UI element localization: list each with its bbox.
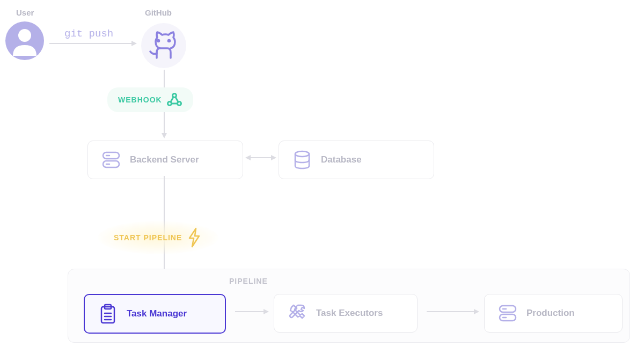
svg-rect-9 (103, 161, 119, 167)
svg-point-4 (169, 40, 170, 42)
github-label: GitHub (145, 8, 172, 17)
server-icon (496, 302, 519, 324)
github-icon (140, 21, 188, 72)
task-manager-label: Task Manager (127, 308, 187, 319)
svg-rect-8 (103, 152, 119, 159)
svg-point-1 (18, 29, 31, 42)
webhook-badge: WEBHOOK (107, 87, 193, 112)
backend-server-node: Backend Server (87, 141, 243, 179)
task-manager-node: Task Manager (84, 294, 226, 334)
production-node: Production (484, 294, 623, 333)
user-label: User (16, 8, 34, 17)
architecture-diagram: User GitHub git push WEBHOO (0, 0, 644, 354)
database-label: Database (321, 154, 362, 165)
arrow-user-github (49, 43, 133, 44)
pipeline-label: PIPELINE (229, 277, 268, 285)
backend-server-label: Backend Server (130, 154, 199, 165)
tools-icon (286, 302, 309, 324)
start-pipeline-text: START PIPELINE (114, 233, 182, 242)
svg-point-12 (295, 151, 309, 157)
server-icon (100, 149, 122, 171)
start-pipeline-badge: START PIPELINE (98, 221, 218, 254)
svg-rect-18 (500, 306, 516, 312)
database-icon (291, 149, 313, 171)
arrow-executors-production (427, 311, 475, 312)
task-executors-node: Task Executors (274, 294, 418, 333)
production-label: Production (526, 308, 575, 319)
webhook-text: WEBHOOK (118, 95, 162, 104)
arrow-backend-database (250, 157, 272, 158)
svg-point-2 (141, 23, 186, 68)
arrow-taskmanager-executors (235, 311, 265, 312)
svg-point-3 (158, 40, 159, 42)
git-push-label: git push (64, 28, 113, 40)
lightning-icon (186, 227, 202, 248)
clipboard-icon (97, 303, 119, 325)
task-executors-label: Task Executors (316, 308, 383, 319)
user-avatar-icon (5, 21, 44, 62)
database-node: Database (279, 141, 434, 179)
webhook-icon (166, 92, 182, 108)
svg-rect-19 (500, 314, 516, 321)
